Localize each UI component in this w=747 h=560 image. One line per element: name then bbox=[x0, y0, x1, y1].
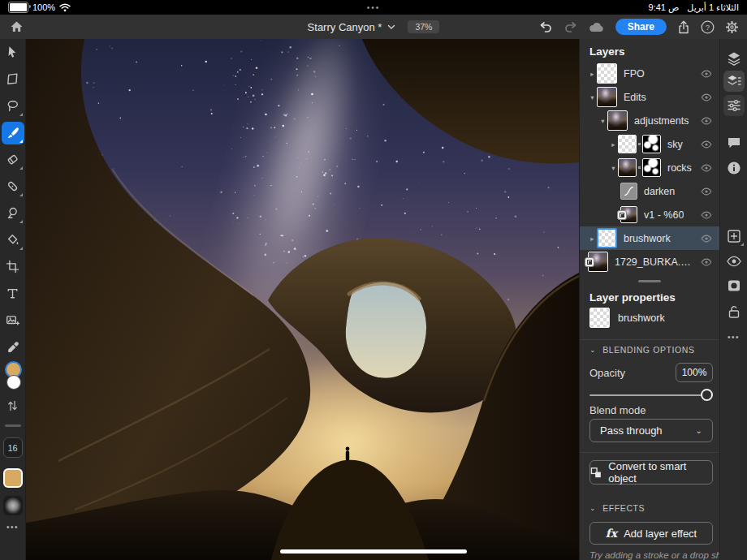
add-layer-rail-button[interactable] bbox=[723, 226, 745, 247]
effects-hint: Try adding a stroke or a drop shadow. bbox=[589, 550, 719, 560]
background-color-swatch[interactable] bbox=[6, 375, 21, 390]
opacity-value-field[interactable]: 100% bbox=[676, 363, 713, 382]
lasso-tool[interactable] bbox=[2, 95, 24, 118]
layer-row[interactable]: ▸sky bbox=[580, 132, 719, 156]
layer-name: FPO bbox=[624, 68, 645, 80]
layer-visibility-toggle[interactable] bbox=[701, 210, 712, 219]
eraser-tool[interactable] bbox=[2, 149, 24, 171]
convert-to-smart-object-button[interactable]: Convert to smart object bbox=[589, 460, 713, 485]
layer-thumbnail bbox=[618, 135, 637, 153]
type-tool[interactable] bbox=[2, 282, 24, 305]
canvas-image[interactable] bbox=[26, 39, 579, 560]
crop-tool[interactable] bbox=[2, 256, 24, 278]
share-button[interactable]: Share bbox=[615, 19, 667, 35]
layer-visibility-toggle[interactable] bbox=[701, 163, 712, 172]
home-indicator[interactable] bbox=[280, 549, 467, 554]
smart-object-thumbnail bbox=[588, 252, 608, 272]
layer-visibility-toggle[interactable] bbox=[701, 116, 712, 125]
layer-properties-rail-button[interactable] bbox=[723, 71, 745, 92]
layer-row[interactable]: 1729_BURKA...anced-NR33 bbox=[580, 250, 719, 274]
layer-visibility-toggle[interactable] bbox=[701, 234, 712, 243]
adjustments-icon bbox=[726, 97, 742, 114]
export-button[interactable] bbox=[677, 20, 690, 34]
swap-colors-button[interactable] bbox=[7, 400, 18, 415]
brush-color-chip[interactable] bbox=[3, 468, 23, 488]
fx-icon: fx bbox=[606, 527, 617, 540]
cloud-sync-button[interactable] bbox=[589, 21, 605, 32]
redo-button[interactable] bbox=[563, 20, 578, 33]
healing-tool[interactable] bbox=[2, 175, 24, 198]
layer-visibility-toggle[interactable] bbox=[701, 187, 712, 196]
place-photo-tool[interactable] bbox=[2, 309, 24, 332]
canvas-area[interactable] bbox=[26, 39, 579, 560]
lock-rail-button[interactable] bbox=[723, 301, 745, 322]
layer-visibility-toggle[interactable] bbox=[701, 69, 712, 78]
move-tool[interactable] bbox=[2, 41, 24, 64]
brush-tip-preview[interactable] bbox=[3, 496, 23, 515]
blend-mode-value: Pass through bbox=[600, 424, 663, 437]
divider bbox=[580, 452, 719, 453]
layers-rail-button[interactable] bbox=[723, 48, 745, 69]
settings-button[interactable] bbox=[725, 20, 739, 34]
panel-drag-handle[interactable] bbox=[638, 280, 661, 282]
rail-more-button[interactable]: ••• bbox=[720, 333, 747, 342]
add-layer-effect-button[interactable]: fx Add layer effect bbox=[589, 522, 713, 545]
undo-button[interactable] bbox=[538, 20, 553, 33]
layer-row[interactable]: ▾rocks bbox=[580, 156, 719, 179]
blend-mode-label: Blend mode bbox=[589, 404, 646, 416]
expander-collapsed[interactable]: ▸ bbox=[609, 140, 618, 149]
layer-row[interactable]: ▾adjustments bbox=[580, 109, 719, 132]
help-button[interactable]: ? bbox=[701, 20, 715, 34]
layer-row[interactable]: ▾Edits bbox=[580, 85, 719, 109]
document-title[interactable]: Starry Canyon * bbox=[308, 21, 382, 33]
layer-visibility-toggle[interactable] bbox=[701, 257, 712, 266]
smart-object-badge bbox=[585, 257, 594, 267]
smart-object-icon bbox=[590, 467, 602, 479]
layer-row[interactable]: ▸FPO bbox=[580, 62, 719, 85]
fill-tool[interactable] bbox=[2, 229, 24, 252]
eyedropper-tool[interactable] bbox=[2, 336, 24, 359]
layer-row[interactable]: darken bbox=[580, 179, 719, 203]
layer-row[interactable]: ▸brushwork bbox=[580, 226, 719, 250]
status-more[interactable]: ••• bbox=[0, 0, 747, 15]
adjustment-thumbnail bbox=[620, 183, 637, 200]
clone-stamp-tool[interactable] bbox=[2, 202, 24, 225]
eye-icon bbox=[701, 116, 712, 125]
brush-tool[interactable] bbox=[2, 122, 24, 144]
layer-list: ▸FPO▾Edits▾adjustments▸sky▾rocksdarkenv1… bbox=[580, 62, 719, 274]
expander-expanded[interactable]: ▾ bbox=[609, 164, 618, 172]
blend-mode-dropdown[interactable]: Pass through ⌄ bbox=[589, 419, 713, 442]
transform-icon bbox=[6, 72, 19, 86]
effects-header[interactable]: ⌄ EFFECTS bbox=[589, 503, 645, 513]
expander-expanded[interactable]: ▾ bbox=[588, 93, 597, 101]
layer-thumbnail bbox=[597, 87, 617, 107]
layer-visibility-rail-button[interactable] bbox=[723, 251, 745, 272]
transform-tool[interactable] bbox=[2, 68, 24, 91]
layer-visibility-toggle[interactable] bbox=[701, 93, 712, 101]
layer-row[interactable]: v1 - %60 bbox=[580, 203, 719, 226]
gear-icon bbox=[725, 20, 739, 34]
eye-icon bbox=[701, 234, 712, 243]
layer-visibility-toggle[interactable] bbox=[701, 140, 712, 149]
add-layer-icon bbox=[726, 228, 742, 244]
layer-name: sky bbox=[667, 139, 683, 150]
brush-icon bbox=[6, 126, 19, 140]
expander-collapsed[interactable]: ▸ bbox=[588, 70, 597, 78]
opacity-slider[interactable] bbox=[589, 389, 713, 402]
crop-icon bbox=[6, 260, 19, 274]
tool-more-button[interactable]: ••• bbox=[6, 523, 19, 532]
adjustments-rail-button[interactable] bbox=[723, 95, 745, 116]
layer-thumbnail bbox=[607, 110, 628, 131]
expander-expanded[interactable]: ▾ bbox=[598, 117, 607, 125]
move-icon bbox=[6, 45, 19, 59]
clone-stamp-icon bbox=[6, 206, 19, 220]
smart-object-badge bbox=[617, 210, 627, 220]
slider-thumb[interactable] bbox=[701, 389, 713, 401]
info-rail-button[interactable] bbox=[723, 157, 745, 179]
blending-options-header[interactable]: ⌄ BLENDING OPTIONS bbox=[589, 345, 695, 355]
zoom-level-badge[interactable]: 37% bbox=[408, 20, 439, 33]
expander-collapsed[interactable]: ▸ bbox=[588, 235, 597, 243]
layer-mask-rail-button[interactable] bbox=[723, 275, 745, 296]
brush-size-badge[interactable]: 16 bbox=[3, 437, 23, 458]
comments-rail-button[interactable] bbox=[723, 132, 745, 153]
